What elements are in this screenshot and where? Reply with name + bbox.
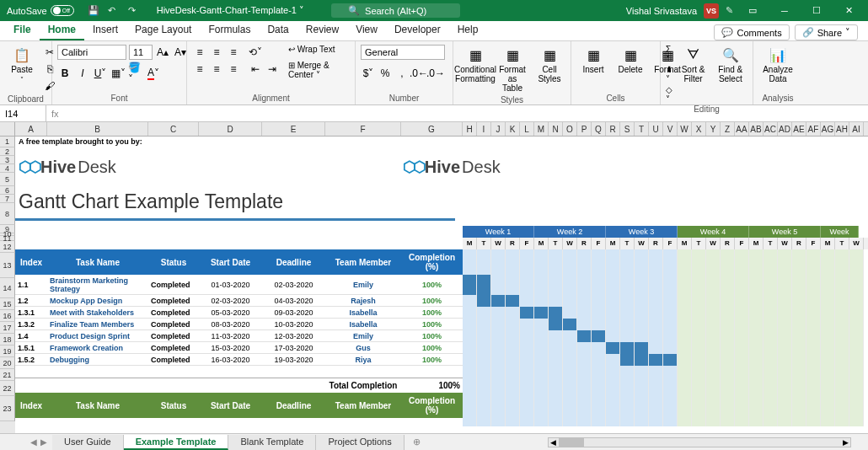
tab-file[interactable]: File [5, 20, 40, 40]
sheet-tab-project-options[interactable]: Project Options [316, 435, 404, 450]
table-row[interactable]: 1.4Product Design SprintCompleted11-03-2… [15, 330, 463, 342]
spreadsheet-grid[interactable]: A free template brought to you by: ⬡⬡Hiv… [15, 137, 868, 433]
paste-button[interactable]: 📋Paste˅ [5, 45, 39, 85]
col-header[interactable]: Q [592, 122, 606, 136]
row-header[interactable]: 21 [0, 369, 15, 381]
row-header[interactable]: 5 [0, 173, 15, 186]
tab-view[interactable]: View [347, 20, 386, 40]
prev-sheet-icon[interactable]: ◀ [30, 437, 37, 447]
col-header[interactable]: M [534, 122, 549, 136]
fill-color-icon[interactable]: 🪣˅ [128, 66, 143, 81]
underline-icon[interactable]: U˅ [93, 66, 108, 81]
minimize-icon[interactable]: ─ [772, 0, 797, 21]
col-header[interactable]: F [325, 122, 401, 136]
col-header[interactable]: D [199, 122, 262, 136]
col-header[interactable]: N [549, 122, 563, 136]
align-middle-icon[interactable]: ≡ [209, 45, 224, 60]
row-header[interactable]: 1 [0, 137, 15, 147]
col-header[interactable]: E [262, 122, 325, 136]
col-header[interactable]: B [47, 122, 148, 136]
row-header[interactable]: 17 [0, 322, 15, 334]
autosum-icon[interactable]: Σ ˅ [666, 45, 673, 63]
comma-icon[interactable]: , [394, 66, 410, 81]
col-header[interactable]: X [692, 122, 706, 136]
align-left-icon[interactable]: ≡ [192, 62, 207, 77]
col-header[interactable]: O [563, 122, 577, 136]
col-header[interactable]: AF [806, 122, 821, 136]
col-header[interactable]: L [520, 122, 534, 136]
new-sheet-icon[interactable]: ⊕ [405, 437, 429, 447]
save-icon[interactable]: 💾 [88, 5, 99, 17]
accounting-icon[interactable]: $˅ [361, 66, 376, 81]
fx-icon[interactable]: fx [46, 109, 64, 119]
col-header[interactable]: P [577, 122, 592, 136]
row-header[interactable]: 6 [0, 186, 15, 195]
row-header[interactable]: 2 [0, 147, 15, 156]
dec-decimal-icon[interactable]: .0→ [428, 66, 443, 81]
col-header[interactable]: AA [735, 122, 749, 136]
col-header[interactable]: I [477, 122, 491, 136]
find-select-button[interactable]: 🔍Find & Select [714, 45, 747, 85]
row-header[interactable]: 20 [0, 357, 15, 369]
table-row[interactable]: 1.1Brainstorm Marketing StrategyComplete… [15, 275, 463, 295]
align-bottom-icon[interactable]: ≡ [226, 45, 241, 60]
format-table-button[interactable]: ▦Format as Table [496, 45, 529, 94]
horizontal-scrollbar[interactable]: ◀ ▶ [548, 437, 851, 447]
align-right-icon[interactable]: ≡ [226, 62, 241, 77]
search-input[interactable]: 🔍 Search (Alt+Q) [331, 3, 460, 18]
number-format-select[interactable] [361, 45, 445, 60]
shrink-font-icon[interactable]: A▾ [173, 45, 188, 60]
analyze-data-button[interactable]: 📊Analyze Data [758, 45, 797, 85]
col-header[interactable]: V [663, 122, 678, 136]
orientation-icon[interactable]: ⟲˅ [248, 45, 263, 60]
tab-developer[interactable]: Developer [386, 20, 449, 40]
redo-icon[interactable]: ↷ [128, 5, 140, 17]
font-color-icon[interactable]: A˅ [146, 66, 161, 81]
italic-icon[interactable]: I [75, 66, 90, 81]
align-center-icon[interactable]: ≡ [209, 62, 224, 77]
row-header[interactable]: 22 [0, 381, 15, 396]
col-header[interactable]: S [620, 122, 635, 136]
font-size-select[interactable] [129, 45, 153, 60]
row-header[interactable]: 19 [0, 346, 15, 357]
sort-filter-button[interactable]: ᗊSort & Filter [677, 45, 710, 85]
col-header[interactable]: AD [778, 122, 792, 136]
grow-font-icon[interactable]: A▴ [155, 45, 170, 60]
tab-insert[interactable]: Insert [84, 20, 126, 40]
delete-cells-button[interactable]: ▦Delete [613, 45, 647, 76]
fill-icon[interactable]: ⬇ ˅ [666, 65, 673, 83]
percent-icon[interactable]: % [378, 66, 393, 81]
col-header[interactable]: C [148, 122, 199, 136]
inc-indent-icon[interactable]: ⇥ [265, 62, 280, 77]
col-header[interactable]: Y [706, 122, 721, 136]
comments-button[interactable]: 💬 Comments [714, 24, 789, 40]
col-header[interactable]: K [506, 122, 520, 136]
align-top-icon[interactable]: ≡ [192, 45, 207, 60]
row-header[interactable]: 12 [0, 241, 15, 253]
col-header[interactable]: G [401, 122, 463, 136]
table-row[interactable]: 1.3.2Finalize Team MembersCompleted08-03… [15, 319, 463, 330]
row-header[interactable]: 13 [0, 253, 15, 278]
col-header[interactable]: R [606, 122, 620, 136]
merge-center-button[interactable]: ⊞ Merge & Center ˅ [288, 61, 350, 79]
bold-icon[interactable]: B [57, 66, 72, 81]
autosave-toggle[interactable]: AutoSave Off [0, 5, 81, 16]
avatar[interactable]: VS [704, 3, 719, 19]
cell-styles-button[interactable]: ▦Cell Styles [533, 45, 566, 85]
col-header[interactable]: W [678, 122, 692, 136]
name-box[interactable]: I14 [0, 105, 46, 121]
sheet-tab-example-template[interactable]: Example Template [124, 435, 229, 450]
table-row[interactable]: 1.2Mockup App DesignCompleted02-03-20200… [15, 295, 463, 307]
next-sheet-icon[interactable]: ▶ [40, 437, 47, 447]
scrollbar-thumb[interactable] [559, 438, 584, 447]
close-icon[interactable]: ✕ [836, 0, 861, 21]
dec-indent-icon[interactable]: ⇤ [248, 62, 263, 77]
row-header[interactable]: 8 [0, 203, 15, 225]
maximize-icon[interactable]: ☐ [804, 0, 829, 21]
col-header[interactable]: H [463, 122, 477, 136]
tab-home[interactable]: Home [40, 20, 84, 40]
tab-formulas[interactable]: Formulas [200, 20, 259, 40]
username[interactable]: Vishal Srivastava [626, 6, 697, 16]
pen-icon[interactable]: ✎ [726, 5, 733, 16]
col-header[interactable]: AE [792, 122, 806, 136]
